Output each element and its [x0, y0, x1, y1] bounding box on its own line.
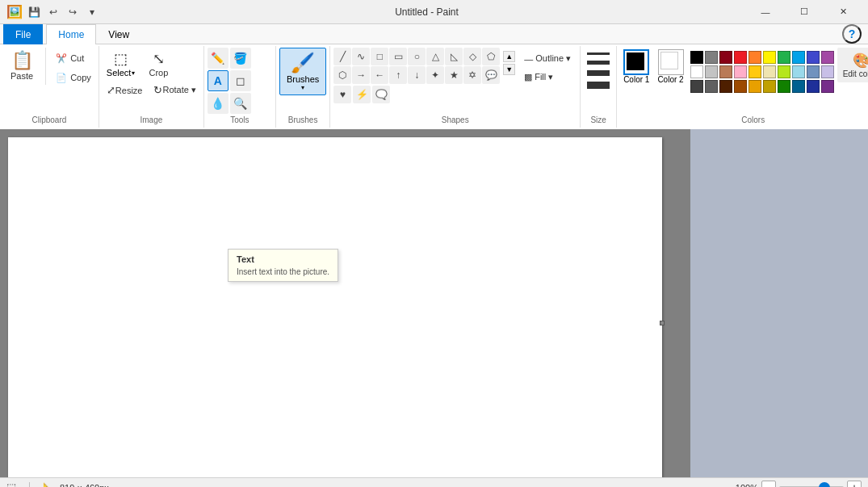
resize-button[interactable]: ⤢ Resize — [103, 82, 147, 99]
palette-cell[interactable] — [778, 80, 790, 93]
cut-button[interactable]: ✂️ Cut — [51, 49, 95, 67]
shapes-scroll-up[interactable]: ▲ — [503, 51, 515, 62]
line-shape[interactable]: ╱ — [333, 48, 351, 65]
diamond-shape[interactable]: ◇ — [463, 48, 481, 65]
canvas-wrapper[interactable] — [0, 129, 868, 477]
rotate-button[interactable]: ↻ Rotate ▾ — [149, 82, 199, 99]
tab-view[interactable]: View — [96, 24, 141, 44]
palette-cell[interactable] — [821, 80, 834, 93]
copy-button[interactable]: 📄 Copy — [51, 69, 95, 86]
palette-cell[interactable] — [719, 65, 732, 78]
size-line-1[interactable] — [587, 52, 610, 55]
palette-row-1 — [690, 51, 834, 64]
six-point-star-shape[interactable]: ✡ — [463, 66, 481, 84]
select-icon: ⬚ — [114, 50, 128, 68]
color1-button[interactable]: Color 1 — [620, 48, 652, 86]
palette-cell[interactable] — [719, 51, 732, 64]
hexagon-shape[interactable]: ⬡ — [333, 66, 351, 84]
undo-quick-btn[interactable]: ↩ — [45, 4, 61, 20]
canvas-handle-right[interactable] — [660, 321, 665, 325]
shapes-scroll-down[interactable]: ▼ — [503, 64, 515, 75]
brushes-chevron-icon: ▾ — [301, 84, 304, 91]
color-picker-tool[interactable]: 💧 — [208, 93, 229, 114]
zoom-slider-thumb[interactable] — [819, 482, 830, 488]
edit-colors-button[interactable]: 🎨 Edit colors — [837, 48, 868, 82]
palette-cell[interactable] — [748, 80, 761, 93]
lightning-shape[interactable]: ⚡ — [353, 86, 371, 103]
palette-cell[interactable] — [763, 65, 776, 78]
zoom-out-btn[interactable]: − — [761, 481, 776, 488]
down-arrow-shape[interactable]: ↓ — [408, 66, 426, 84]
palette-cell[interactable] — [763, 80, 776, 93]
palette-cell[interactable] — [690, 80, 703, 93]
canvas-dimensions-icon: 📐 — [43, 482, 55, 488]
color2-button[interactable]: Color 2 — [654, 48, 686, 86]
curve-shape[interactable]: ∿ — [352, 48, 370, 65]
redo-quick-btn[interactable]: ↪ — [65, 4, 81, 20]
palette-cell[interactable] — [719, 80, 732, 93]
rect-rounded-shape[interactable]: ▭ — [389, 48, 407, 65]
zoom-in-btn[interactable]: + — [847, 481, 862, 488]
close-btn[interactable]: ✕ — [824, 0, 862, 24]
fill-tool[interactable]: 🪣 — [230, 48, 251, 69]
pencil-tool[interactable]: ✏️ — [208, 48, 229, 69]
palette-cell[interactable] — [705, 80, 718, 93]
palette-cell[interactable] — [734, 51, 747, 64]
palette-cell[interactable] — [705, 65, 718, 78]
palette-cell[interactable] — [821, 65, 834, 78]
callout-rect-shape[interactable]: 💬 — [482, 66, 500, 84]
palette-cell[interactable] — [778, 51, 790, 64]
fill-button[interactable]: ▩ Fill ▾ — [518, 69, 577, 85]
tab-file[interactable]: File — [3, 24, 43, 44]
ellipse-shape[interactable]: ○ — [408, 48, 426, 65]
palette-cell[interactable] — [821, 51, 834, 64]
palette-cell[interactable] — [792, 51, 805, 64]
rect-shape[interactable]: □ — [371, 48, 388, 65]
palette-cell[interactable] — [792, 80, 805, 93]
minimize-btn[interactable]: — — [747, 0, 784, 24]
save-quick-btn[interactable]: 💾 — [26, 4, 42, 20]
eraser-tool[interactable]: ◻ — [230, 70, 251, 91]
outline-button[interactable]: — Outline ▾ — [518, 51, 577, 66]
heart-shape[interactable]: ♥ — [333, 86, 351, 103]
triangle-shape[interactable]: △ — [426, 48, 444, 65]
left-arrow-shape[interactable]: ← — [371, 66, 388, 84]
canvas-area[interactable] — [8, 137, 662, 477]
size-line-4[interactable] — [587, 82, 610, 89]
five-point-star-shape[interactable]: ★ — [445, 66, 463, 84]
palette-cell[interactable] — [748, 51, 761, 64]
palette-cell[interactable] — [763, 51, 776, 64]
color-palette — [689, 48, 836, 96]
paste-button[interactable]: 📋 Paste — [3, 48, 40, 85]
right-triangle-shape[interactable]: ◺ — [445, 48, 463, 65]
customize-quick-access-btn[interactable]: ▾ — [84, 4, 100, 20]
select-button[interactable]: ⬚ Select ▾ — [103, 48, 140, 80]
help-btn[interactable]: ? — [842, 24, 862, 44]
crop-button[interactable]: ⤡ Crop — [142, 48, 174, 80]
right-arrow-shape[interactable]: → — [352, 66, 370, 84]
colors-label: Colors — [620, 114, 868, 126]
palette-cell[interactable] — [792, 65, 805, 78]
palette-cell[interactable] — [778, 65, 790, 78]
up-arrow-shape[interactable]: ↑ — [389, 66, 407, 84]
four-point-star-shape[interactable]: ✦ — [426, 66, 444, 84]
callout-oval-shape[interactable]: 🗨️ — [372, 86, 390, 103]
pentagon-shape[interactable]: ⬠ — [482, 48, 500, 65]
palette-cell[interactable] — [690, 65, 703, 78]
magnifier-tool[interactable]: 🔍 — [230, 93, 251, 114]
text-tool[interactable]: A — [208, 70, 229, 91]
palette-cell[interactable] — [690, 51, 703, 64]
title-bar: 🖼️ 💾 ↩ ↪ ▾ Untitled - Paint — ☐ ✕ — [0, 0, 868, 24]
palette-cell[interactable] — [807, 51, 820, 64]
palette-cell[interactable] — [705, 51, 718, 64]
size-line-3[interactable] — [587, 70, 610, 76]
brushes-button[interactable]: 🖌️ Brushes ▾ — [279, 48, 326, 95]
palette-cell[interactable] — [748, 65, 761, 78]
palette-cell[interactable] — [807, 65, 820, 78]
palette-cell[interactable] — [807, 80, 820, 93]
palette-cell[interactable] — [734, 80, 747, 93]
maximize-btn[interactable]: ☐ — [786, 0, 823, 24]
tab-home[interactable]: Home — [46, 24, 96, 44]
palette-cell[interactable] — [734, 65, 747, 78]
size-line-2[interactable] — [587, 61, 610, 65]
